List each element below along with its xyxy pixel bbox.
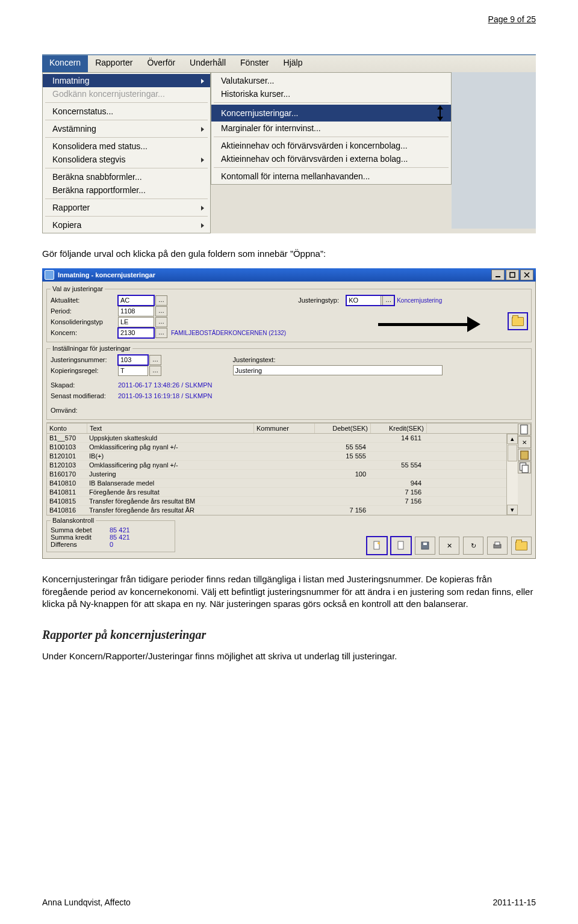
svg-rect-3	[521, 451, 529, 460]
input-justeringsnummer[interactable]: 103	[118, 355, 148, 365]
submenu-item-kontomall[interactable]: Kontomall för interna mellanhavanden...	[211, 170, 451, 183]
balance-debet-v: 85 421	[110, 526, 130, 534]
minimize-button[interactable]	[491, 270, 505, 280]
submenu-item-marginaler[interactable]: Marginaler för internvinst...	[211, 122, 451, 135]
input-justeringstext[interactable]: Justering	[233, 365, 443, 375]
menubar-item-rapporter[interactable]: Rapporter	[88, 55, 140, 72]
table-row[interactable]: B100103Omklassificering påg nyanl +/-55 …	[47, 443, 506, 452]
close-button[interactable]	[520, 270, 533, 280]
table-cell: Transfer föregående års resultat BM	[87, 497, 253, 505]
table-cell: B410815	[47, 497, 87, 505]
table-row[interactable]: B160170Justering100	[47, 470, 506, 479]
table-cell	[368, 443, 424, 451]
group-selection: Val av justeringar Aktualitet: AC … Peri…	[46, 285, 532, 342]
col-text[interactable]: Text	[87, 424, 254, 433]
picker-justeringsnummer[interactable]: …	[149, 355, 161, 365]
submenu-item-valutakurser[interactable]: Valutakurser...	[211, 74, 451, 87]
menu-screenshot: Koncern Rapporter Överför Underhåll Föns…	[42, 54, 536, 233]
col-kommuner[interactable]: Kommuner	[254, 424, 315, 433]
picker-koncern[interactable]: …	[155, 328, 167, 338]
row-tool-paste[interactable]	[518, 449, 531, 461]
input-period[interactable]: 1108	[118, 306, 154, 316]
menu-item-koncernstatus[interactable]: Koncernstatus...	[43, 105, 210, 118]
label-period: Period:	[51, 307, 118, 315]
row-tool-copy[interactable]	[518, 461, 531, 473]
group-balance: Balanskontroll Summa debet85 421 Summa k…	[46, 517, 175, 552]
picker-justeringstyp[interactable]: …	[382, 295, 394, 306]
label-skapad: Skapad:	[51, 381, 118, 389]
table-row[interactable]: B410811Föregående års resultat7 156	[47, 488, 506, 497]
table-cell	[253, 497, 313, 505]
dropdown-koncern: Inmatning Godkänn koncernjusteringar... …	[42, 72, 211, 233]
input-justeringstyp[interactable]: KO	[346, 295, 381, 306]
table-row[interactable]: B120101IB(+)15 555	[47, 452, 506, 461]
menubar-item-fonster[interactable]: Fönster	[233, 55, 276, 72]
table-row[interactable]: B410816Transfer föregående års resultat …	[47, 506, 506, 515]
submenu-item-aktie-koncern[interactable]: Aktieinnehav och förvärvsvärden i koncer…	[211, 139, 451, 152]
table-row[interactable]: B1__570Uppskjuten skatteskuld14 611	[47, 434, 506, 443]
menu-item-label: Koncernstatus...	[52, 106, 113, 116]
menu-item-rapporter[interactable]: Rapporter	[43, 201, 210, 214]
scroll-up-icon[interactable]: ▴	[507, 434, 518, 444]
label-koncern-name: FAMILJEBOSTÄDERKONCERNEN (2132)	[171, 330, 286, 336]
menu-item-konsolidera-status[interactable]: Konsolidera med status...	[43, 140, 210, 153]
table-row[interactable]: B410810IB Balanserade medel944	[47, 479, 506, 488]
picker-kopieringsregel[interactable]: …	[149, 366, 161, 376]
col-kredit[interactable]: Kredit(SEK)	[371, 424, 427, 433]
col-debet[interactable]: Debet(SEK)	[315, 424, 371, 433]
menu-item-label: Rapporter	[52, 203, 90, 212]
menu-item-rapportformler[interactable]: Beräkna rapportformler...	[43, 183, 210, 197]
picker-aktualitet[interactable]: …	[155, 295, 167, 306]
svg-rect-1	[510, 273, 515, 277]
table-cell: 7 156	[368, 488, 424, 496]
value-skapad: 2011-06-17 13:48:26 / SLKMPN	[118, 381, 213, 389]
open-folder-button[interactable]	[508, 313, 527, 330]
toolbar-new-button[interactable]	[367, 537, 387, 555]
table-cell	[253, 443, 313, 451]
toolbar-blank-button[interactable]	[391, 537, 411, 555]
menubar-item-overfor[interactable]: Överför	[140, 55, 182, 72]
table-row[interactable]: B410815Transfer föregående års resultat …	[47, 497, 506, 506]
picker-period[interactable]: …	[155, 306, 167, 316]
balance-diff-v: 0	[110, 541, 113, 548]
resize-cursor-icon	[435, 106, 445, 120]
submenu-item-aktie-externa[interactable]: Aktieinnehav och förvärvsvärden i extern…	[211, 152, 451, 165]
menu-item-avstamning[interactable]: Avstämning	[43, 122, 210, 135]
group-settings: Inställningar för justeringar Justerings…	[46, 345, 532, 420]
label-konsolideringstyp: Konsolideringstyp	[51, 318, 118, 325]
menubar-item-hjalp[interactable]: Hjälp	[276, 55, 310, 72]
table-body: B1__570Uppskjuten skatteskuld14 611B1001…	[47, 434, 506, 515]
footer-date: 2011-11-15	[493, 898, 536, 907]
picker-konsolideringstyp[interactable]: …	[155, 317, 167, 327]
submenu-item-koncernjusteringar[interactable]: Koncernjusteringar...	[211, 105, 451, 122]
scroll-down-icon[interactable]: ▾	[507, 505, 518, 515]
footer-author: Anna Lundqvist, Affecto	[42, 898, 131, 907]
toolbar-open-button[interactable]	[511, 537, 532, 555]
row-tool-delete[interactable]: ✕	[518, 436, 531, 448]
menubar-item-koncern[interactable]: Koncern	[42, 55, 88, 72]
toolbar-save-button[interactable]	[415, 537, 435, 555]
table-cell: Justering	[87, 470, 253, 478]
input-kopieringsregel[interactable]: T	[118, 366, 148, 376]
menu-item-snabbformler[interactable]: Beräkna snabbformler...	[43, 170, 210, 183]
menubar-item-underhall[interactable]: Underhåll	[182, 55, 233, 72]
toolbar-refresh-button[interactable]: ↻	[463, 537, 483, 555]
toolbar-print-button[interactable]	[487, 537, 508, 555]
table-row[interactable]: B120103Omklassificering påg nyanl +/-55 …	[47, 461, 506, 470]
menu-item-label: Valutakurser...	[221, 76, 274, 85]
input-aktualitet[interactable]: AC	[118, 295, 154, 306]
table-cell: B410816	[47, 506, 87, 514]
vertical-scrollbar[interactable]: ▴ ▾	[506, 434, 518, 515]
col-konto[interactable]: Konto	[47, 424, 87, 433]
input-koncern[interactable]: 2130	[118, 328, 154, 338]
toolbar-delete-button[interactable]: ✕	[439, 537, 459, 555]
menu-item-konsolidera-stegvis[interactable]: Konsolidera stegvis	[43, 153, 210, 166]
maximize-button[interactable]	[506, 270, 519, 280]
table-cell	[313, 479, 368, 487]
menu-item-kopiera[interactable]: Kopiera	[43, 218, 210, 232]
scroll-thumb[interactable]	[508, 445, 517, 461]
submenu-item-historiska[interactable]: Historiska kurser...	[211, 87, 451, 100]
input-konsolideringstyp[interactable]: LE	[118, 317, 154, 327]
row-tool-new[interactable]	[518, 424, 531, 436]
menu-item-inmatning[interactable]: Inmatning	[43, 74, 210, 87]
